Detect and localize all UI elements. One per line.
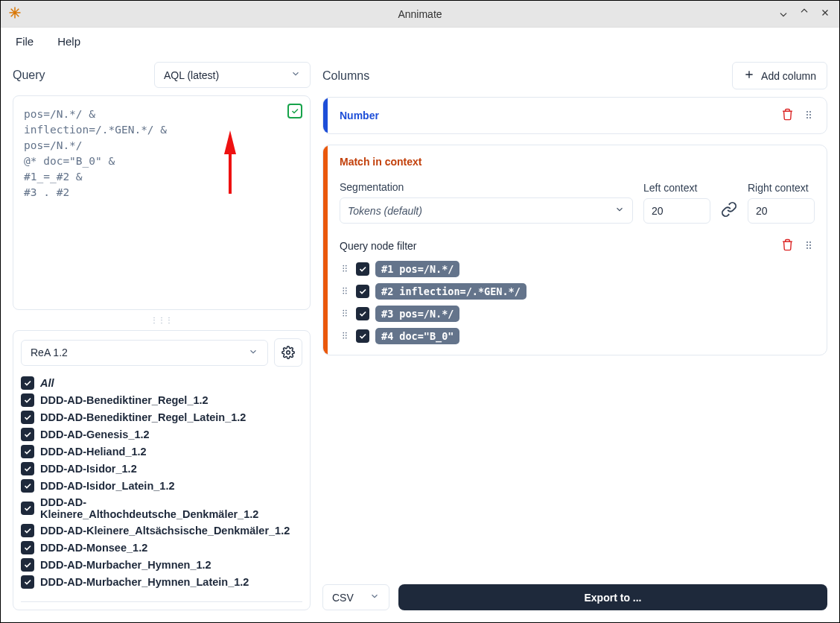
corpus-item[interactable]: DDD-AD-Kleinere_Altsächsische_Denkmäler_… — [21, 522, 302, 539]
corpus-item-all[interactable]: All — [21, 374, 302, 391]
plus-icon — [743, 69, 755, 83]
checkbox-icon[interactable] — [21, 479, 34, 493]
checkbox-icon[interactable] — [21, 502, 34, 515]
query-editor: pos=/N.*/ & inflection=/.*GEN.*/ & pos=/… — [13, 95, 311, 310]
corpus-item-label: DDD-AD-Isidor_Latein_1.2 — [40, 480, 174, 492]
filter-row: #3pos=/N.*/ — [340, 306, 815, 322]
svg-point-38 — [346, 337, 347, 338]
segmentation-label: Segmentation — [340, 181, 633, 193]
svg-point-31 — [343, 314, 344, 316]
svg-point-27 — [343, 309, 344, 311]
corpus-item[interactable]: DDD-AD-Benediktiner_Regel_1.2 — [21, 391, 302, 408]
checkbox-icon[interactable] — [21, 445, 34, 458]
drag-handle-icon[interactable] — [803, 239, 815, 253]
corpus-item[interactable]: DDD-AD-Benediktiner_Regel_Latein_1.2 — [21, 408, 302, 426]
corpus-item-label: DDD-AD-Murbacher_Hymnen_Latein_1.2 — [40, 576, 249, 588]
svg-point-8 — [809, 116, 811, 118]
corpus-settings-button[interactable] — [274, 338, 302, 367]
corpus-item[interactable]: DDD-AD-Heliand_1.2 — [21, 443, 302, 460]
corpus-item[interactable]: DDD-AD-Monsee_1.2 — [21, 539, 302, 556]
svg-point-32 — [346, 314, 347, 316]
drag-handle-icon[interactable] — [340, 330, 350, 343]
menu-help[interactable]: Help — [57, 35, 80, 48]
delete-column-button[interactable] — [781, 238, 794, 253]
checkbox-icon[interactable] — [21, 462, 34, 475]
export-button[interactable]: Export to ... — [398, 584, 827, 610]
export-button-label: Export to ... — [585, 592, 642, 604]
svg-point-9 — [806, 241, 808, 242]
checkbox-icon[interactable] — [356, 329, 369, 343]
column-number-title: Number — [340, 110, 379, 121]
query-textarea[interactable]: pos=/N.*/ & inflection=/.*GEN.*/ & pos=/… — [22, 105, 287, 300]
chevron-down-icon — [290, 69, 301, 81]
drag-handle-icon[interactable] — [803, 109, 815, 123]
delete-column-button[interactable] — [781, 108, 794, 123]
filter-chip: #1pos=/N.*/ — [375, 261, 459, 277]
export-format-value: CSV — [332, 592, 354, 604]
left-context-input[interactable]: 20 — [643, 198, 710, 224]
checkbox-icon[interactable] — [21, 558, 34, 572]
svg-point-4 — [809, 110, 811, 112]
checkbox-icon[interactable] — [21, 411, 34, 424]
chevron-down-icon — [248, 347, 258, 359]
checkbox-icon[interactable] — [21, 393, 34, 407]
corpus-item[interactable]: DDD-AD-Murbacher_Hymnen_Latein_1.2 — [21, 573, 302, 590]
corpus-item-label: DDD-AD-Benediktiner_Regel_1.2 — [40, 394, 209, 406]
query-valid-icon — [287, 104, 302, 118]
corpus-item-label: DDD-AD-Monsee_1.2 — [40, 542, 147, 554]
checkbox-icon[interactable] — [356, 307, 369, 320]
columns-label: Columns — [322, 69, 369, 83]
svg-point-19 — [343, 270, 344, 271]
pane-resize-handle[interactable]: ⋮⋮⋮ — [13, 316, 311, 324]
corpus-item[interactable]: DDD-AD-Genesis_1.2 — [21, 426, 302, 443]
query-label: Query — [13, 69, 45, 82]
column-card-match: Match in context Segmentation Tokens (de… — [322, 145, 827, 355]
export-format-select[interactable]: CSV — [322, 584, 389, 610]
filter-row: #2inflection=/.*GEN.*/ — [340, 283, 815, 300]
right-context-input[interactable]: 20 — [748, 198, 815, 224]
checkbox-icon[interactable] — [21, 575, 34, 589]
corpus-item[interactable]: DDD-AD-Murbacher_Hymnen_1.2 — [21, 556, 302, 573]
svg-point-34 — [346, 332, 347, 333]
corpus-item-label: DDD-AD-Heliand_1.2 — [40, 446, 147, 458]
svg-point-18 — [346, 268, 347, 269]
svg-point-28 — [346, 309, 347, 311]
svg-point-30 — [346, 312, 347, 314]
menubar: File Help — [1, 28, 839, 54]
checkbox-icon[interactable] — [356, 262, 369, 276]
svg-point-25 — [343, 292, 344, 294]
svg-point-0 — [287, 351, 290, 355]
segmentation-select[interactable]: Tokens (default) — [340, 197, 633, 224]
filter-list: #1pos=/N.*/#2inflection=/.*GEN.*/#3pos=/… — [340, 261, 815, 344]
svg-point-10 — [809, 241, 811, 242]
checkbox-icon[interactable] — [21, 524, 34, 537]
column-card-number: Number — [322, 97, 827, 134]
column-match-title: Match in context — [340, 156, 421, 168]
right-context-label: Right context — [748, 182, 815, 194]
checkbox-icon[interactable] — [356, 285, 369, 298]
svg-point-21 — [343, 287, 344, 288]
link-context-icon[interactable] — [721, 201, 737, 224]
checkbox-icon[interactable] — [21, 541, 34, 554]
corpus-item-label: DDD-AD-Benediktiner_Regel_Latein_1.2 — [40, 411, 246, 423]
query-language-select[interactable]: AQL (latest) — [154, 62, 311, 88]
corpus-item-label: DDD-AD-Murbacher_Hymnen_1.2 — [40, 559, 211, 571]
filter-chip: #2inflection=/.*GEN.*/ — [375, 283, 526, 300]
add-column-label: Add column — [761, 70, 816, 82]
drag-handle-icon[interactable] — [340, 285, 350, 298]
drag-handle-icon[interactable] — [340, 308, 350, 320]
menu-file[interactable]: File — [16, 35, 34, 48]
add-column-button[interactable]: Add column — [732, 62, 827, 89]
svg-point-13 — [806, 247, 808, 248]
corpus-item[interactable]: DDD-AD-Isidor_Latein_1.2 — [21, 477, 302, 494]
svg-point-29 — [343, 312, 344, 314]
chevron-down-icon — [614, 204, 625, 217]
corpus-item-label: DDD-AD-Isidor_1.2 — [40, 463, 137, 475]
checkbox-icon[interactable] — [21, 428, 34, 441]
corpus-item[interactable]: DDD-AD-Kleinere_Althochdeutsche_Denkmäle… — [21, 494, 302, 522]
corpus-item[interactable]: DDD-AD-Isidor_1.2 — [21, 460, 302, 477]
checkbox-icon[interactable] — [21, 376, 34, 390]
corpus-set-select[interactable]: ReA 1.2 — [21, 340, 268, 366]
svg-point-3 — [806, 110, 808, 112]
drag-handle-icon[interactable] — [340, 263, 350, 276]
